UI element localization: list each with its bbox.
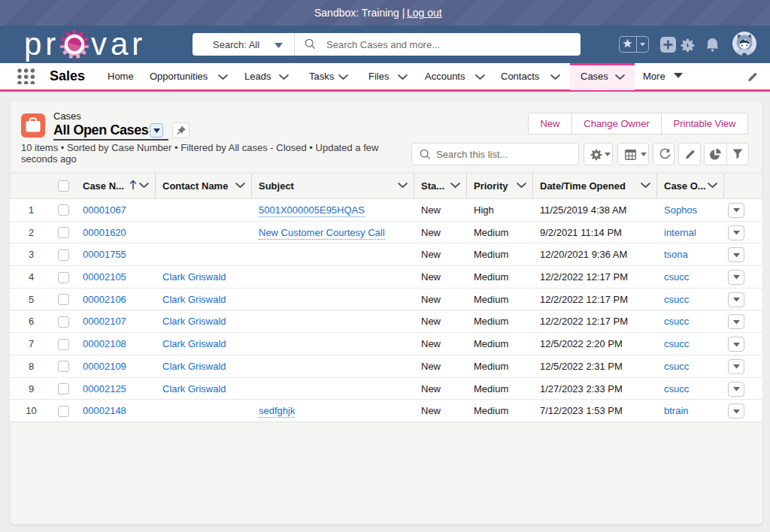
svg-text:pr: pr xyxy=(24,27,59,62)
svg-text:var: var xyxy=(91,27,146,62)
